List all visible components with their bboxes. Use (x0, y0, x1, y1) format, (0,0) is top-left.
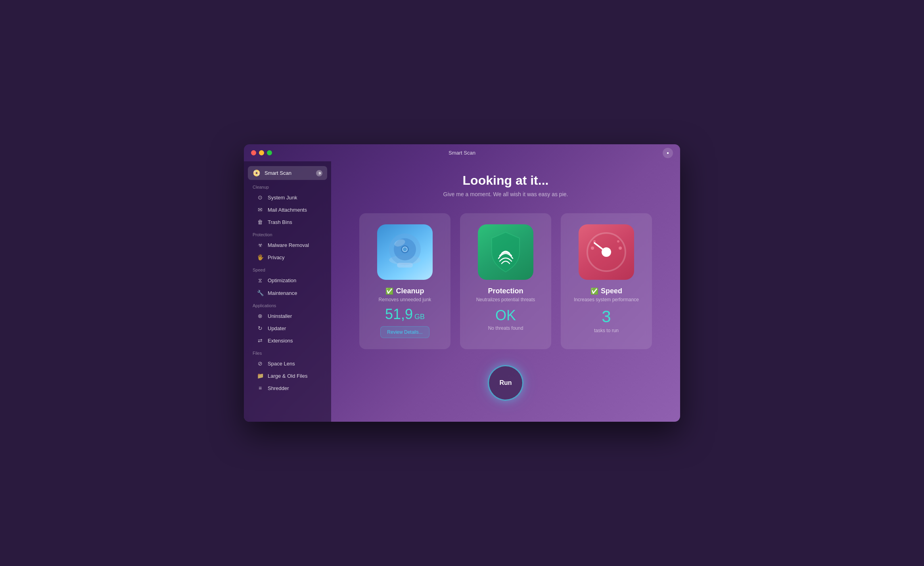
cleanup-value-unit: GB (414, 313, 425, 321)
optimization-icon: ⧖ (257, 277, 264, 284)
cleanup-value-number: 51,9 (385, 306, 413, 322)
extensions-icon: ⇄ (257, 337, 264, 344)
system-junk-label: System Junk (268, 195, 297, 201)
sidebar-item-system-junk[interactable]: ⊙ System Junk (248, 191, 327, 203)
sidebar-item-shredder[interactable]: ≡ Shredder (248, 382, 327, 394)
updater-label: Updater (268, 325, 286, 331)
shield-svg (480, 226, 531, 278)
smart-scan-label: Smart Scan (265, 170, 312, 176)
main-content: Looking at it... Give me a moment. We al… (331, 161, 680, 422)
sidebar-item-maintenance[interactable]: 🔧 Maintenance (248, 287, 327, 299)
svg-point-4 (403, 247, 407, 252)
maintenance-label: Maintenance (268, 290, 297, 296)
sidebar: 📀 Smart Scan ◑ Cleanup ⊙ System Junk ✉ M… (244, 161, 331, 422)
mail-label: Mail Attachments (268, 207, 307, 213)
uninstaller-icon: ⊗ (257, 313, 264, 319)
optimization-label: Optimization (268, 277, 296, 283)
section-files: Files (244, 347, 331, 357)
speed-card-value: 3 (602, 307, 611, 326)
protection-card-icon (478, 224, 533, 280)
content-area: 📀 Smart Scan ◑ Cleanup ⊙ System Junk ✉ M… (244, 161, 680, 422)
updater-icon: ↻ (257, 325, 264, 331)
cards-row: ✅ Cleanup Removes unneeded junk 51,9GB R… (347, 213, 664, 349)
maximize-button[interactable] (267, 150, 272, 155)
sidebar-item-updater[interactable]: ↻ Updater (248, 322, 327, 334)
speed-card: ✅ Speed Increases system performance 3 t… (561, 213, 652, 349)
protection-title-row: Protection (488, 287, 523, 295)
cleanup-card-title: Cleanup (396, 287, 424, 295)
disk-svg (379, 226, 431, 278)
sidebar-item-extensions[interactable]: ⇄ Extensions (248, 335, 327, 346)
section-speed: Speed (244, 264, 331, 274)
section-cleanup: Cleanup (244, 181, 331, 191)
app-window: Smart Scan ● 📀 Smart Scan ◑ Cleanup ⊙ Sy… (244, 144, 680, 422)
cleanup-card-value: 51,9GB (385, 307, 425, 321)
system-junk-icon: ⊙ (257, 194, 264, 201)
svg-point-10 (619, 247, 622, 250)
cleanup-title-row: ✅ Cleanup (385, 287, 424, 295)
smart-scan-icon: 📀 (253, 169, 261, 177)
protection-card-desc: Neutralizes potential threats (476, 297, 535, 302)
main-title: Looking at it... (463, 173, 549, 188)
protection-card-sub: No threats found (488, 325, 523, 331)
cleanup-card-icon (377, 224, 433, 280)
sidebar-item-privacy[interactable]: 🖐 Privacy (248, 251, 327, 263)
title-bar: Smart Scan ● (244, 144, 680, 161)
large-files-label: Large & Old Files (268, 373, 307, 379)
close-button[interactable] (251, 150, 256, 155)
gauge-svg (581, 226, 632, 278)
extensions-label: Extensions (268, 338, 293, 344)
svg-point-13 (602, 247, 611, 257)
section-protection: Protection (244, 228, 331, 239)
settings-icon: ● (667, 151, 669, 155)
sidebar-item-space-lens[interactable]: ⊘ Space Lens (248, 358, 327, 369)
smart-scan-badge: ◑ (316, 170, 322, 176)
shredder-label: Shredder (268, 385, 289, 391)
sidebar-item-trash-bins[interactable]: 🗑 Trash Bins (248, 216, 327, 228)
cleanup-card-desc: Removes unneeded junk (379, 297, 431, 302)
review-details-button[interactable]: Review Details... (380, 326, 429, 338)
svg-point-8 (591, 247, 594, 250)
space-lens-icon: ⊘ (257, 360, 264, 367)
sidebar-item-large-old-files[interactable]: 📁 Large & Old Files (248, 370, 327, 382)
badge-icon: ◑ (318, 171, 321, 175)
window-title: Smart Scan (449, 150, 475, 156)
cleanup-check-icon: ✅ (385, 287, 393, 295)
mail-icon: ✉ (257, 207, 264, 213)
protection-card: Protection Neutralizes potential threats… (460, 213, 551, 349)
protection-card-title: Protection (488, 287, 523, 295)
svg-point-11 (617, 240, 619, 243)
speed-card-desc: Increases system performance (574, 297, 639, 302)
run-button[interactable]: Run (488, 365, 523, 401)
minimize-button[interactable] (259, 150, 264, 155)
sidebar-item-uninstaller[interactable]: ⊗ Uninstaller (248, 310, 327, 322)
shredder-icon: ≡ (257, 385, 264, 391)
malware-label: Malware Removal (268, 242, 309, 248)
settings-button[interactable]: ● (663, 148, 673, 158)
speed-card-icon (579, 224, 634, 280)
speed-title-row: ✅ Speed (590, 287, 622, 295)
speed-card-sub: tasks to run (594, 328, 619, 333)
privacy-label: Privacy (268, 254, 285, 260)
sidebar-item-optimization[interactable]: ⧖ Optimization (248, 274, 327, 287)
svg-rect-5 (397, 263, 413, 268)
sidebar-item-smart-scan[interactable]: 📀 Smart Scan ◑ (248, 166, 327, 180)
privacy-icon: 🖐 (257, 254, 264, 260)
run-button-wrap: Run (488, 365, 523, 401)
sidebar-item-mail-attachments[interactable]: ✉ Mail Attachments (248, 204, 327, 216)
large-files-icon: 📁 (257, 373, 264, 379)
trash-label: Trash Bins (268, 219, 292, 225)
speed-check-icon: ✅ (590, 287, 598, 295)
sidebar-item-malware-removal[interactable]: ☣ Malware Removal (248, 239, 327, 251)
speed-card-title: Speed (601, 287, 622, 295)
section-applications: Applications (244, 299, 331, 310)
uninstaller-label: Uninstaller (268, 313, 292, 319)
cleanup-card: ✅ Cleanup Removes unneeded junk 51,9GB R… (359, 213, 450, 349)
trash-icon: 🗑 (257, 219, 264, 225)
traffic-lights (251, 150, 272, 155)
malware-icon: ☣ (257, 242, 264, 248)
main-subtitle: Give me a moment. We all wish it was eas… (443, 191, 568, 197)
maintenance-icon: 🔧 (257, 290, 264, 296)
space-lens-label: Space Lens (268, 361, 295, 367)
protection-card-value: OK (495, 307, 516, 324)
